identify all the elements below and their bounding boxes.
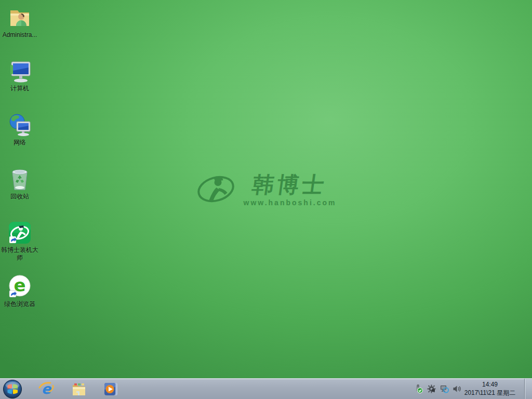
network-status-icon[interactable] — [440, 384, 449, 393]
start-button[interactable] — [3, 379, 22, 399]
computer-icon — [7, 59, 32, 84]
watermark-text: 韩博士 www.hanboshi.com — [244, 174, 337, 207]
desktop-icon-hanboshi-app[interactable]: 韩博士装机大师 — [0, 220, 39, 262]
desktop-icon-administrator[interactable]: Administra... — [0, 5, 39, 39]
volume-icon[interactable] — [453, 384, 461, 393]
desktop-icon-network[interactable]: 网络 — [0, 113, 39, 147]
taskbar-button-media-player[interactable] — [102, 381, 119, 397]
desktop-icon-recycle-bin[interactable]: 回收站 — [0, 167, 39, 201]
usb-safely-remove-icon[interactable] — [414, 384, 423, 393]
clock-time: 14:49 — [461, 380, 518, 389]
desktop-icon-label: 韩博士装机大师 — [0, 246, 39, 262]
shortcut-arrow-badge — [9, 290, 17, 297]
taskbar-button-internet-explorer[interactable]: e — [38, 381, 55, 397]
hanboshi-app-icon — [7, 220, 32, 245]
watermark-brand: 韩博士 — [251, 174, 329, 196]
recycle-bin-icon — [7, 167, 32, 192]
media-player-icon — [102, 390, 119, 399]
taskbar-clock[interactable]: 14:49 2017\11\21 星期二 — [461, 380, 518, 397]
clock-date: 2017\11\21 星期二 — [461, 389, 518, 397]
green-browser-icon: e — [7, 274, 32, 299]
watermark-url: www.hanboshi.com — [244, 198, 337, 207]
show-desktop-button[interactable] — [524, 379, 532, 399]
shortcut-arrow-badge — [9, 236, 17, 243]
desktop-background: { "desktop": { "icons": [ { "label": "Ad… — [0, 0, 532, 399]
file-explorer-icon — [71, 390, 87, 399]
desktop-icon-label: 网络 — [0, 139, 39, 147]
gear-utility-icon[interactable] — [427, 384, 436, 393]
taskbar: e — [0, 378, 532, 399]
hanboshi-logo-icon — [196, 171, 236, 209]
taskbar-button-file-explorer[interactable] — [71, 381, 87, 397]
hanboshi-watermark: 韩博士 www.hanboshi.com — [196, 171, 337, 209]
desktop-icon-label: Administra... — [0, 31, 39, 39]
user-folder-icon — [7, 5, 32, 30]
start-orb-icon — [3, 392, 22, 399]
network-icon — [7, 113, 32, 138]
desktop-icon-label: 计算机 — [0, 85, 39, 92]
internet-explorer-icon: e — [38, 390, 55, 399]
desktop-icon-computer[interactable]: 计算机 — [0, 59, 39, 92]
desktop-icon-label: 绿色浏览器 — [0, 300, 39, 308]
desktop-icon-green-browser[interactable]: e 绿色浏览器 — [0, 274, 39, 308]
desktop-icon-label: 回收站 — [0, 193, 39, 201]
